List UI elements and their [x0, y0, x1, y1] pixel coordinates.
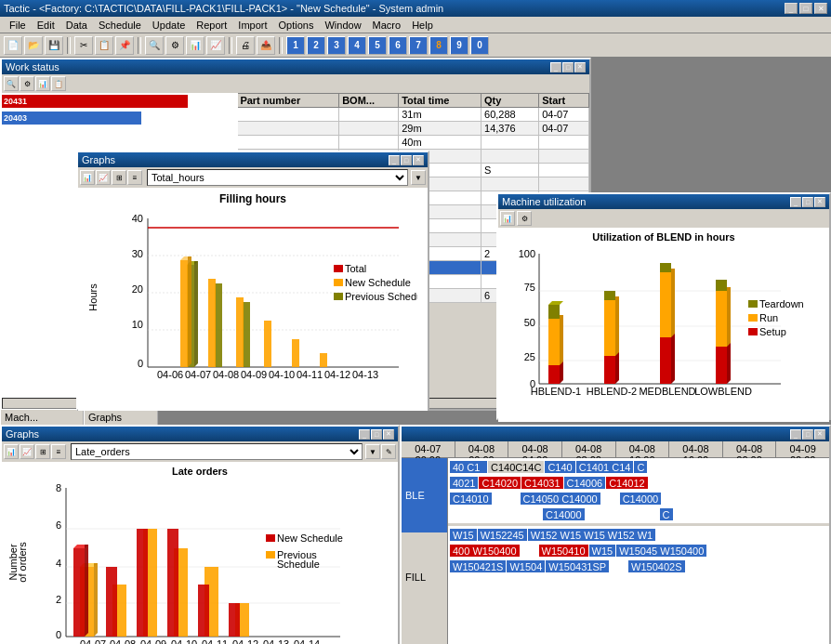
graph-icon-4[interactable]: ≡	[127, 170, 142, 185]
lo-icon-4[interactable]: ≡	[51, 444, 66, 459]
col-bom[interactable]: BOM...	[339, 94, 399, 108]
dept-fill[interactable]: FILL	[402, 540, 447, 614]
gb-close[interactable]: ✕	[814, 429, 825, 440]
lo-edit[interactable]: ✎	[381, 444, 396, 459]
chart-btn[interactable]: 📈	[206, 36, 225, 55]
dept-labels: BLE FILL	[402, 458, 448, 644]
menu-file[interactable]: File	[4, 19, 32, 32]
num-6-btn[interactable]: 6	[389, 36, 407, 55]
lo-close[interactable]: ✕	[383, 429, 394, 440]
export-btn[interactable]: 📤	[257, 36, 275, 55]
menu-import[interactable]: Import	[232, 19, 272, 32]
menu-update[interactable]: Update	[147, 19, 191, 32]
mu-close[interactable]: ✕	[814, 197, 825, 207]
ws-minimize[interactable]: _	[550, 62, 561, 72]
graphs-title-label: Graphs	[82, 154, 115, 165]
bar-c14000a: C14000	[620, 493, 662, 505]
menu-window[interactable]: Window	[319, 19, 366, 32]
search-btn[interactable]: 🔍	[145, 36, 164, 55]
ble-row-1: 40 C1 C140C14C C140 C1401 C14 C	[448, 460, 829, 474]
bar-w150402s: W150402S	[628, 560, 684, 572]
mu-toolbar: 📊 ⚙	[498, 209, 829, 228]
lo-icon-3[interactable]: ⊞	[35, 444, 50, 459]
ws-close[interactable]: ✕	[574, 62, 586, 72]
num-9-btn[interactable]: 9	[450, 36, 468, 55]
graph-btn[interactable]: 📊	[186, 36, 204, 55]
cut-btn[interactable]: ✂	[74, 36, 93, 55]
toolbar-sep-2	[138, 37, 141, 54]
dept-ble[interactable]: BLE	[402, 458, 447, 532]
ws-btn-3[interactable]: 📊	[35, 76, 50, 91]
graphs-max[interactable]: □	[401, 155, 412, 165]
svg-rect-86	[748, 328, 758, 335]
paste-btn[interactable]: 📌	[115, 36, 134, 55]
new-btn[interactable]: 📄	[4, 36, 22, 55]
col-part[interactable]: Part number	[237, 94, 339, 108]
lo-icon-2[interactable]: 📈	[20, 444, 34, 459]
cell-qty: 60,288	[481, 108, 539, 122]
num-3-btn[interactable]: 3	[327, 36, 346, 55]
lo-settings[interactable]: ▼	[365, 444, 380, 459]
mu-btn-1[interactable]: 📊	[500, 211, 515, 226]
graph-settings[interactable]: ▼	[411, 170, 426, 185]
bar-w150410: W150410	[539, 545, 588, 557]
col-time[interactable]: Total time	[399, 94, 481, 108]
cell-start: 04-07	[539, 122, 589, 136]
num-1-btn[interactable]: 1	[286, 36, 305, 55]
ws-btn-4[interactable]: 📋	[51, 76, 66, 91]
copy-btn[interactable]: 📋	[95, 36, 113, 55]
dept-sep	[402, 532, 447, 540]
maximize-btn[interactable]: □	[799, 3, 812, 14]
svg-rect-112	[137, 529, 148, 637]
lo-max[interactable]: □	[371, 429, 382, 440]
ws-maximize[interactable]: □	[562, 62, 574, 72]
svg-text:Previous Schedule: Previous Schedule	[345, 291, 417, 302]
num-5-btn[interactable]: 5	[368, 36, 387, 55]
svg-rect-24	[243, 302, 250, 367]
print-btn[interactable]: 🖨	[236, 36, 255, 55]
col-qty[interactable]: Qty	[481, 94, 539, 108]
menu-data[interactable]: Data	[60, 19, 93, 32]
gb-min[interactable]: _	[790, 429, 801, 440]
chart-title: Filling hours	[83, 192, 423, 205]
gb-max[interactable]: □	[802, 429, 813, 440]
svg-text:New Schedule: New Schedule	[277, 532, 343, 544]
ws-btn-1[interactable]: 🔍	[4, 76, 19, 91]
mu-btn-2[interactable]: ⚙	[517, 211, 532, 226]
menu-help[interactable]: Help	[406, 19, 439, 32]
bar-c14031: C14031	[521, 477, 563, 489]
mu-max[interactable]: □	[802, 197, 813, 207]
svg-text:40: 40	[132, 213, 143, 224]
lo-min[interactable]: _	[359, 429, 370, 440]
lo-icon-1[interactable]: 📊	[4, 444, 19, 459]
menu-macro[interactable]: Macro	[367, 19, 407, 32]
lo-dropdown[interactable]: Late_orders	[71, 443, 363, 460]
graph-icon-1[interactable]: 📊	[80, 170, 95, 185]
svg-rect-77	[716, 291, 727, 347]
menu-edit[interactable]: Edit	[32, 19, 60, 32]
menu-report[interactable]: Report	[191, 19, 232, 32]
minimize-btn[interactable]: _	[785, 3, 798, 14]
graph-icon-3[interactable]: ⊞	[112, 170, 126, 185]
svg-rect-64	[604, 291, 615, 300]
col-start[interactable]: Start	[539, 94, 589, 108]
num-2-btn[interactable]: 2	[307, 36, 325, 55]
svg-marker-54	[560, 315, 563, 365]
ws-btn-2[interactable]: ⚙	[20, 76, 34, 91]
graph-icon-2[interactable]: 📈	[96, 170, 111, 185]
open-btn[interactable]: 📂	[24, 36, 43, 55]
graphs-min[interactable]: _	[389, 155, 400, 165]
graph-dropdown[interactable]: Total_hours	[147, 169, 408, 186]
mu-min[interactable]: _	[790, 197, 801, 207]
graphs-close[interactable]: ✕	[413, 155, 424, 165]
close-btn[interactable]: ✕	[814, 3, 827, 14]
gantt-dept-area: BLE FILL 40 C1 C140C14C C140 C1401 C14 C…	[402, 458, 829, 644]
num-0-btn[interactable]: 0	[470, 36, 489, 55]
filter-btn[interactable]: ⚙	[165, 36, 184, 55]
num-7-btn[interactable]: 7	[409, 36, 428, 55]
num-8-btn[interactable]: 8	[429, 36, 448, 55]
menu-options[interactable]: Options	[273, 19, 320, 32]
menu-schedule[interactable]: Schedule	[93, 19, 147, 32]
num-4-btn[interactable]: 4	[348, 36, 366, 55]
save-btn[interactable]: 💾	[45, 36, 63, 55]
